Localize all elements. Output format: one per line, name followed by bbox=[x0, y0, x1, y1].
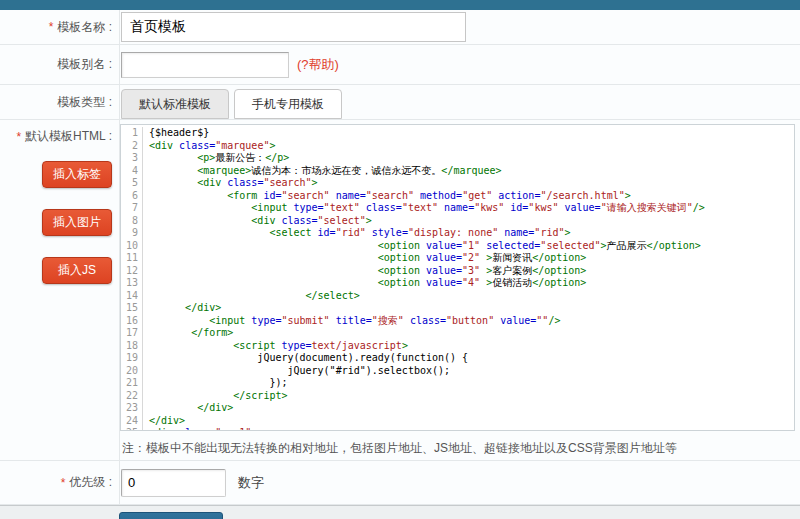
code-editor-line: 17 </form> bbox=[121, 327, 794, 340]
template-type-label: 模板类型 : bbox=[57, 94, 112, 111]
code-line-text: <option value="2" >新闻资讯</option> bbox=[149, 252, 586, 265]
template-html-row: * 默认模板HTML : 插入标签 插入图片 插入JS 1{$header$}2… bbox=[0, 120, 800, 461]
code-editor-line: 13 <option value="4" >促销活动</option> bbox=[121, 277, 794, 290]
insert-buttons: 插入标签 插入图片 插入JS bbox=[42, 161, 112, 284]
code-editor-line: 8 <div class="select"> bbox=[121, 215, 794, 228]
template-type-row: 模板类型 : 默认标准模板 手机专用模板 bbox=[0, 85, 800, 120]
template-name-label: 模板名称 : bbox=[57, 19, 112, 36]
priority-input[interactable] bbox=[121, 469, 226, 497]
submit-button[interactable] bbox=[119, 512, 223, 519]
template-alias-row: 模板别名 : (?帮助) bbox=[0, 45, 800, 85]
code-line-text: jQuery("#rid").selectbox(); bbox=[149, 365, 450, 378]
line-number: 1 bbox=[121, 127, 143, 140]
line-number: 13 bbox=[121, 277, 143, 290]
line-number: 18 bbox=[121, 340, 143, 353]
line-number: 11 bbox=[121, 252, 143, 265]
template-alias-label: 模板别名 : bbox=[57, 56, 112, 73]
tab-mobile-template[interactable]: 手机专用模板 bbox=[234, 89, 342, 119]
line-number: 16 bbox=[121, 315, 143, 328]
priority-row: * 优先级 : 数字 bbox=[0, 461, 800, 505]
line-number: 14 bbox=[121, 290, 143, 303]
code-line-text: </script> bbox=[149, 390, 287, 403]
code-line-text: <input type="submit" title="搜索" class="b… bbox=[149, 315, 560, 328]
template-edit-form: * 模板名称 : 模板别名 : (?帮助) 模板类型 : 默认标准模板 手机专用… bbox=[0, 0, 800, 519]
code-editor-line: 10 <option value="1" selected="selected"… bbox=[121, 240, 794, 253]
code-editor-line: 11 <option value="2" >新闻资讯</option> bbox=[121, 252, 794, 265]
line-number: 12 bbox=[121, 265, 143, 278]
code-editor-line: 23 </div> bbox=[121, 402, 794, 415]
code-line-text: <div class="search"> bbox=[149, 177, 318, 190]
insert-tag-button[interactable]: 插入标签 bbox=[42, 161, 112, 188]
code-editor-line: 7 <input type="text" class="text" name="… bbox=[121, 202, 794, 215]
code-line-text: <div class="cop1"> bbox=[149, 427, 257, 431]
line-number: 10 bbox=[121, 240, 143, 253]
template-html-label: 默认模板HTML : bbox=[25, 128, 112, 145]
priority-label: 优先级 : bbox=[69, 474, 112, 491]
template-name-row: * 模板名称 : bbox=[0, 10, 800, 45]
code-editor-line: 9 <select id="rid" style="display: none"… bbox=[121, 227, 794, 240]
line-number: 8 bbox=[121, 215, 143, 228]
priority-label-cell: * 优先级 : bbox=[0, 461, 120, 504]
line-number: 24 bbox=[121, 415, 143, 428]
template-alias-input[interactable] bbox=[121, 52, 289, 78]
code-editor-line: 4 <marquee>诚信为本：市场永远在变，诚信永远不变。</marquee> bbox=[121, 165, 794, 178]
code-editor-line: 1{$header$} bbox=[121, 127, 794, 140]
code-editor-line: 16 <input type="submit" title="搜索" class… bbox=[121, 315, 794, 328]
line-number: 6 bbox=[121, 190, 143, 203]
line-number: 23 bbox=[121, 402, 143, 415]
line-number: 7 bbox=[121, 202, 143, 215]
code-editor-line: 20 jQuery("#rid").selectbox(); bbox=[121, 365, 794, 378]
code-line-text: }); bbox=[149, 377, 287, 390]
html-code-editor[interactable]: 1{$header$}2<div class="marquee">3 <p>最新… bbox=[120, 124, 795, 431]
line-number: 5 bbox=[121, 177, 143, 190]
code-line-text: <option value="3" >客户案例</option> bbox=[149, 265, 586, 278]
line-number: 15 bbox=[121, 302, 143, 315]
template-note: 注：模板中不能出现无法转换的相对地址，包括图片地址、JS地址、超链接地址以及CS… bbox=[122, 440, 795, 457]
required-asterisk: * bbox=[49, 20, 54, 34]
line-number: 4 bbox=[121, 165, 143, 178]
code-line-text: <p>最新公告：</p> bbox=[149, 152, 289, 165]
insert-js-button[interactable]: 插入JS bbox=[42, 257, 112, 284]
required-asterisk: * bbox=[61, 476, 66, 490]
code-editor-line: 24</div> bbox=[121, 415, 794, 428]
line-number: 22 bbox=[121, 390, 143, 403]
code-line-text: <form id="search" name="search" method="… bbox=[149, 190, 631, 203]
insert-image-button[interactable]: 插入图片 bbox=[42, 209, 112, 236]
code-editor-line: 14 </select> bbox=[121, 290, 794, 303]
code-editor-line: 2<div class="marquee"> bbox=[121, 140, 794, 153]
code-editor-line: 19 jQuery(document).ready(function() { bbox=[121, 352, 794, 365]
footer-bar bbox=[0, 505, 800, 519]
line-number: 25 bbox=[121, 427, 143, 431]
code-editor-line: 15 </div> bbox=[121, 302, 794, 315]
code-editor-line: 3 <p>最新公告：</p> bbox=[121, 152, 794, 165]
template-name-label-cell: * 模板名称 : bbox=[0, 10, 120, 44]
line-number: 19 bbox=[121, 352, 143, 365]
code-editor-line: 6 <form id="search" name="search" method… bbox=[121, 190, 794, 203]
line-number: 9 bbox=[121, 227, 143, 240]
line-number: 3 bbox=[121, 152, 143, 165]
code-line-text: <div class="select"> bbox=[149, 215, 372, 228]
code-line-text: jQuery(document).ready(function() { bbox=[149, 352, 468, 365]
template-alias-label-cell: 模板别名 : bbox=[0, 45, 120, 84]
code-line-text: </div> bbox=[149, 302, 221, 315]
code-line-text: </form> bbox=[149, 327, 233, 340]
code-line-text: <marquee>诚信为本：市场永远在变，诚信永远不变。</marquee> bbox=[149, 165, 502, 178]
line-number: 21 bbox=[121, 377, 143, 390]
code-editor-line: 5 <div class="search"> bbox=[121, 177, 794, 190]
code-line-text: </div> bbox=[149, 402, 233, 415]
code-line-text: {$header$} bbox=[149, 127, 209, 140]
line-number: 2 bbox=[121, 140, 143, 153]
code-line-text: <input type="text" class="text" name="kw… bbox=[149, 202, 705, 215]
help-link[interactable]: (?帮助) bbox=[297, 56, 339, 74]
tab-default-standard-template[interactable]: 默认标准模板 bbox=[121, 89, 229, 119]
code-line-text: <option value="4" >促销活动</option> bbox=[149, 277, 586, 290]
code-editor-line: 25<div class="cop1"> bbox=[121, 427, 794, 431]
template-type-tabs: 默认标准模板 手机专用模板 bbox=[121, 85, 342, 119]
priority-hint: 数字 bbox=[238, 474, 264, 492]
code-line-text: <script type=text/javascript> bbox=[149, 340, 408, 353]
template-name-input[interactable] bbox=[121, 12, 466, 42]
required-asterisk: * bbox=[16, 130, 21, 144]
template-type-label-cell: 模板类型 : bbox=[0, 85, 120, 119]
code-editor-line: 18 <script type=text/javascript> bbox=[121, 340, 794, 353]
code-editor-line: 21 }); bbox=[121, 377, 794, 390]
